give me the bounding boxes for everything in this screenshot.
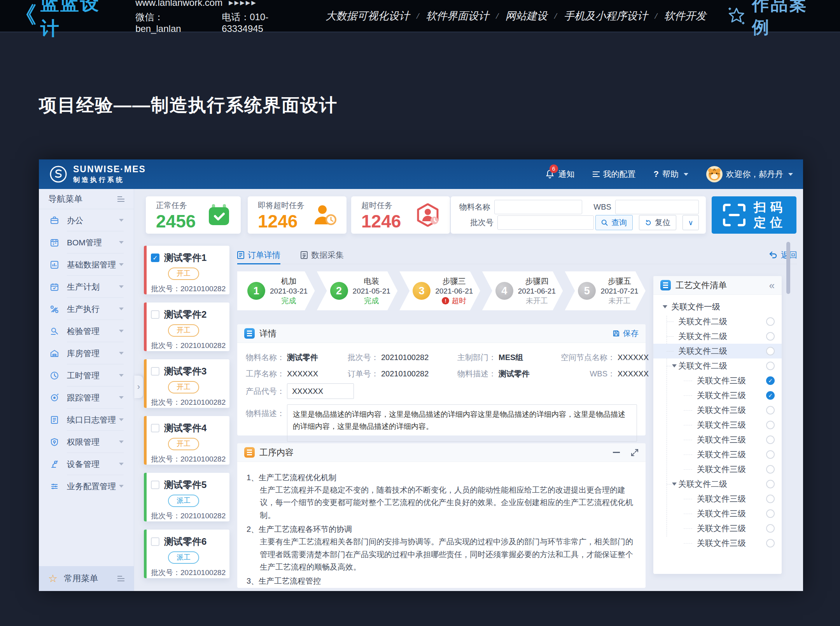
sidebar-item-bom[interactable]: BOM管理 (39, 231, 134, 254)
sidebar-item-production-plan[interactable]: 生产计划 (39, 276, 134, 298)
user-menu[interactable]: 欢迎你，郝丹丹 (706, 166, 793, 182)
sidebar-item-production-exec[interactable]: 生产执行 (39, 298, 134, 320)
sidebar-item-interface-log[interactable]: 续口日志管理 (39, 409, 134, 431)
part-card-5[interactable]: 测试零件5 派工 批次号：20210100282 (144, 473, 229, 521)
step-number: 3 (413, 282, 430, 300)
sidebar-footer-common-menu[interactable]: ☆ 常用菜单 (39, 566, 134, 591)
checkbox-checked[interactable] (151, 254, 159, 262)
notification-badge: 6 (550, 164, 558, 173)
radio-unchecked[interactable] (766, 317, 775, 326)
brand-logo[interactable]: 《 蓝蓝设计 (14, 0, 119, 41)
product-code-input[interactable]: XXXXXX (287, 383, 354, 399)
radio-unchecked[interactable] (766, 347, 775, 355)
expand-search-button[interactable]: ∨ (682, 215, 699, 230)
tree-node-level2-selected[interactable]: 关联文件二级 (653, 344, 782, 358)
tree-node-level3[interactable]: 关联文件三级 (653, 491, 782, 506)
part-card-6[interactable]: 测试零件6 派工 批次号：20210100282 (144, 530, 229, 578)
wbs-input[interactable] (615, 200, 699, 214)
material-name-label: 物料名称 (458, 202, 490, 212)
radio-checked[interactable] (766, 376, 775, 385)
save-button[interactable]: 保存 (612, 328, 639, 339)
sidebar-item-office[interactable]: 办公 (39, 209, 134, 231)
tab-order-detail[interactable]: 订单详情 (237, 247, 280, 264)
website-url[interactable]: www.lanlanwork.com (135, 0, 222, 8)
tree-node-level3[interactable]: 关联文件三级 (653, 418, 782, 432)
nav-item-dev[interactable]: 软件开发 (664, 9, 706, 23)
nav-item-website[interactable]: 网站建设 (506, 9, 548, 23)
my-config-button[interactable]: 我的配置 (593, 169, 636, 180)
nav-item-bigdata[interactable]: 大数据可视化设计 (326, 9, 410, 23)
nav-item-software-ui[interactable]: 软件界面设计 (426, 9, 489, 23)
checkbox[interactable] (151, 537, 159, 546)
expand-icon[interactable] (631, 449, 639, 456)
radio-unchecked[interactable] (766, 435, 775, 444)
tree-node-level3[interactable]: 关联文件三级 (653, 388, 782, 403)
material-desc-textarea[interactable]: 这里是物品描述的详细内容，这里是物品描述的详细内容这里是物品描述的详细内容，这里… (287, 404, 637, 442)
tree-node-level3[interactable]: 关联文件三级 (653, 462, 782, 477)
sidebar-title: 导航菜单 (48, 193, 82, 205)
checkbox[interactable] (151, 481, 159, 489)
sidebar-item-equipment[interactable]: 设备管理 (39, 453, 134, 475)
query-button[interactable]: 查询 (595, 215, 633, 230)
calendar-check-icon (206, 203, 231, 227)
reset-button[interactable]: 复位 (639, 215, 676, 230)
tree-node-level2[interactable]: 关联文件二级 (653, 358, 782, 373)
radio-unchecked[interactable] (766, 495, 775, 503)
caret-down-icon[interactable] (672, 364, 677, 367)
tree-node-level3[interactable]: 关联文件三级 (653, 536, 782, 551)
nav-item-mobile[interactable]: 手机及小程序设计 (564, 9, 648, 23)
tree-node-level3[interactable]: 关联文件三级 (653, 373, 782, 388)
radio-unchecked[interactable] (766, 450, 775, 459)
sidebar-item-warehouse[interactable]: 库房管理 (39, 342, 134, 364)
help-menu[interactable]: ? 帮助 (654, 169, 688, 180)
tree-node-level3[interactable]: 关联文件三级 (653, 432, 782, 447)
checkbox[interactable] (151, 367, 159, 376)
tree-node-level3[interactable]: 关联文件三级 (653, 521, 782, 536)
radio-checked[interactable] (766, 391, 775, 400)
radio-unchecked[interactable] (766, 524, 775, 533)
sidebar-item-tracking[interactable]: 跟踪管理 (39, 386, 134, 409)
mes-logo[interactable]: SUNWISE·MES 制造执行系统 (49, 164, 146, 184)
sidebar-item-business-config[interactable]: 业务配置管理 (39, 475, 134, 497)
radio-unchecked[interactable] (766, 539, 775, 547)
tree-node-level2[interactable]: 关联文件二级 (653, 477, 782, 491)
collapse-panel-icon[interactable]: « (769, 280, 775, 290)
radio-unchecked[interactable] (766, 509, 775, 518)
back-button[interactable]: 返回 (769, 250, 797, 261)
tree-node-level3[interactable]: 关联文件三级 (653, 506, 782, 521)
step-4: 4 步骤四 2021-06-21 未开工 (482, 271, 563, 310)
batch-no-input[interactable] (497, 215, 594, 230)
part-card-2[interactable]: 测试零件2 开工 批次号：20210100282 (144, 303, 229, 351)
checkbox[interactable] (151, 310, 159, 319)
radio-unchecked[interactable] (766, 362, 775, 370)
tree-node-level3[interactable]: 关联文件三级 (653, 447, 782, 462)
tree-node-level2[interactable]: 关联文件二级 (653, 329, 782, 344)
portfolio-link[interactable]: 作品案例 (726, 0, 826, 39)
sidebar-item-permissions[interactable]: 权限管理 (39, 431, 134, 453)
scan-locate-button[interactable]: 扫码 定位 (712, 196, 796, 234)
collapse-menu-icon[interactable] (117, 196, 124, 202)
material-name-input[interactable] (494, 200, 582, 214)
sidebar-item-work-hours[interactable]: 工时管理 (39, 364, 134, 386)
sidebar-item-base-data[interactable]: 基础数据管理 (39, 254, 134, 276)
part-card-3[interactable]: 测试零件3 开工 批次号：20210100282 (144, 359, 229, 408)
sidebar-collapse-handle[interactable]: › (134, 376, 143, 398)
tree-node-level3[interactable]: 关联文件三级 (653, 403, 782, 418)
checkbox[interactable] (151, 424, 159, 432)
notifications-button[interactable]: 6 通知 (545, 169, 575, 180)
radio-unchecked[interactable] (766, 421, 775, 429)
radio-unchecked[interactable] (766, 480, 775, 488)
minimize-icon[interactable] (613, 452, 620, 453)
radio-unchecked[interactable] (766, 406, 775, 414)
caret-down-icon[interactable] (672, 483, 677, 486)
tree-node-level1[interactable]: 关联文件一级 (653, 299, 782, 314)
vertical-scrollbar[interactable] (786, 242, 790, 294)
caret-down-icon[interactable] (663, 305, 667, 308)
radio-unchecked[interactable] (766, 332, 775, 341)
tab-data-collect[interactable]: 数据采集 (301, 247, 344, 264)
radio-unchecked[interactable] (766, 465, 775, 474)
sidebar-item-inspection[interactable]: 检验管理 (39, 320, 134, 342)
tree-node-level2[interactable]: 关联文件二级 (653, 314, 782, 329)
part-card-4[interactable]: 测试零件4 开工 批次号：20210100282 (144, 416, 229, 465)
part-card-1[interactable]: 测试零件1 开工 批次号：20210100282 (144, 246, 229, 294)
